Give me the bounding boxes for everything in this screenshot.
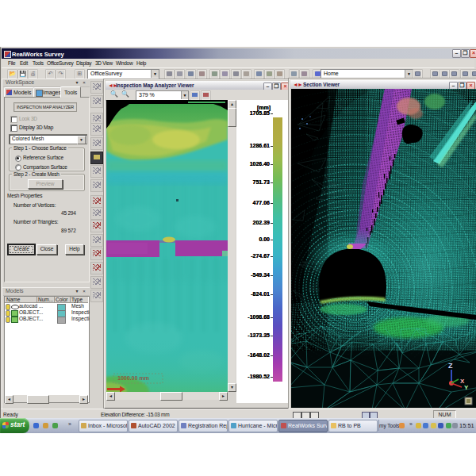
svg-text:Y: Y	[464, 384, 469, 391]
svg-text:1000.00 mm: 1000.00 mm	[117, 375, 149, 381]
svg-text:Z: Z	[448, 362, 453, 370]
